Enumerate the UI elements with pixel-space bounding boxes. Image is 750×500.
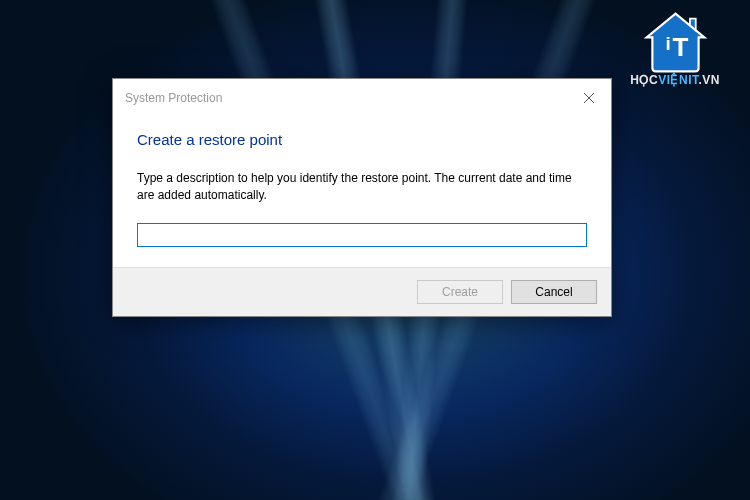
house-icon: i T — [638, 10, 713, 75]
dialog-titlebar: System Protection — [113, 79, 611, 115]
dialog-title: System Protection — [125, 91, 222, 105]
brand-watermark: i T HỌCVIỆNIT.VN — [630, 10, 720, 87]
cancel-button[interactable]: Cancel — [511, 280, 597, 304]
brand-text: HỌCVIỆNIT.VN — [630, 73, 720, 87]
dialog-footer: Create Cancel — [113, 267, 611, 316]
svg-text:T: T — [672, 32, 688, 62]
dialog-body: Create a restore point Type a descriptio… — [113, 115, 611, 267]
close-button[interactable] — [574, 87, 604, 109]
system-protection-dialog: System Protection Create a restore point… — [112, 78, 612, 317]
dialog-heading: Create a restore point — [137, 131, 587, 148]
close-icon — [583, 92, 595, 104]
svg-text:i: i — [665, 33, 670, 54]
description-input[interactable] — [137, 223, 587, 247]
create-button[interactable]: Create — [417, 280, 503, 304]
dialog-description: Type a description to help you identify … — [137, 170, 587, 205]
